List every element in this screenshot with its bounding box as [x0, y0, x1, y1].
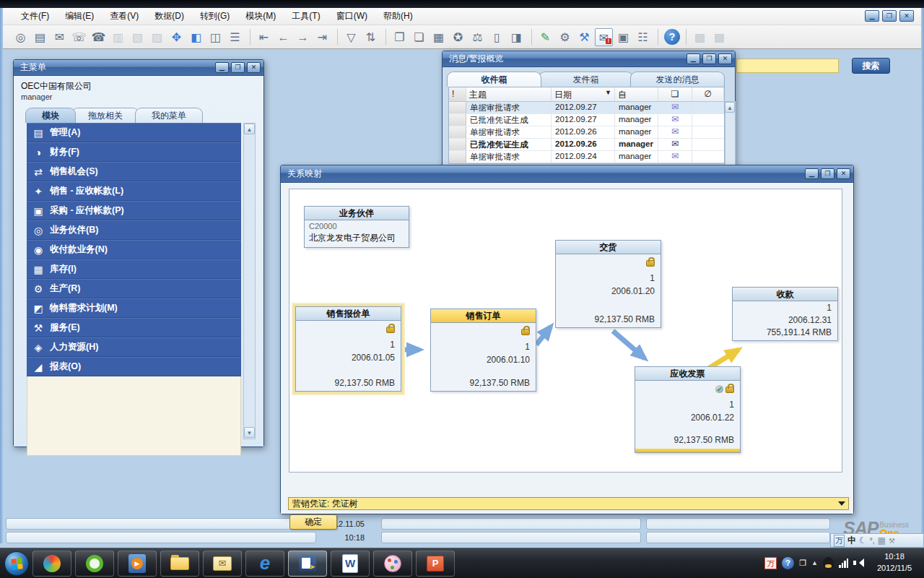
document-tree-dropdown[interactable]: 营销凭证: 凭证树 [288, 497, 849, 510]
row-select-cell[interactable] [449, 102, 466, 113]
taskbar-windows-explorer[interactable] [160, 551, 199, 577]
col-date[interactable]: 日期 ▼ [552, 87, 615, 101]
taskbar-sap-business-one[interactable]: ➤ [288, 551, 327, 577]
tab-my-menu[interactable]: 我的菜单 [135, 108, 203, 123]
node-delivery[interactable]: 交货 1 2006.01.20 92,137.50 RMB [555, 240, 661, 328]
module-sales-opportunities[interactable]: ⇄销售机会(S) [27, 162, 241, 181]
menu-goto[interactable]: 转到(G) [193, 8, 236, 25]
menu-data[interactable]: 数据(D) [148, 8, 191, 25]
module-service[interactable]: ⚒服务(E) [27, 318, 241, 337]
node-business-partner[interactable]: 业务伙伴 C20000 北京龙发电子贸易公司 [304, 206, 409, 248]
map-titlebar[interactable]: 关系映射 ▁ ❐ ✕ [281, 165, 853, 183]
menu-modules[interactable]: 模块(M) [239, 8, 282, 25]
edit-mode-icon[interactable]: ✎ [536, 28, 554, 46]
ok-button[interactable]: 确定 [289, 514, 337, 530]
paste-document-icon[interactable]: ❏ [410, 28, 428, 46]
module-financials[interactable]: ◑财务(F) [27, 142, 241, 162]
transaction-journal-icon[interactable]: ◨ [507, 28, 526, 46]
message-row[interactable]: 单据审批请求 2012.09.26 manager ✉ [449, 126, 724, 139]
send-message-icon[interactable]: ✉ [51, 28, 69, 46]
help-icon[interactable]: ? [664, 29, 680, 45]
print-icon[interactable]: ▤ [31, 28, 49, 46]
journal-entry-icon[interactable]: ⚖ [468, 28, 487, 46]
minimize-icon[interactable]: ▁ [687, 53, 700, 64]
tray-clock[interactable]: 10:18 2012/11/5 [868, 551, 921, 574]
tray-window-icon[interactable]: ❐ [799, 558, 806, 568]
ime-punctuation-icon[interactable]: °, [870, 537, 875, 545]
menu-edit[interactable]: 编辑(E) [58, 8, 100, 25]
messages-titlebar[interactable]: 消息/警报概览 ▁ ❐ ✕ [443, 51, 735, 67]
scroll-up-icon[interactable]: ▲ [244, 124, 255, 134]
tab-sent[interactable]: 发送的消息 [630, 72, 725, 87]
close-icon[interactable]: ✕ [718, 53, 732, 64]
col-attachment-icon[interactable]: ∅ [692, 87, 724, 101]
col-subject[interactable]: 主题 [466, 87, 552, 101]
tray-help-icon[interactable]: ? [782, 557, 794, 569]
search-input[interactable] [736, 59, 839, 73]
module-sales-ar[interactable]: ✦销售 - 应收帐款(L) [27, 181, 241, 201]
taskbar-360-safety[interactable] [32, 551, 71, 577]
volume-icon[interactable] [853, 558, 863, 567]
tray-qq-icon[interactable] [823, 557, 834, 569]
search-button[interactable]: 搜索 [852, 58, 890, 74]
taskbar-outlook[interactable]: ✉ [203, 551, 242, 577]
menu-window[interactable]: 窗口(W) [330, 8, 374, 25]
app-restore-button[interactable]: ❐ [882, 10, 897, 22]
row-select-cell[interactable] [449, 139, 466, 150]
queue-icon[interactable]: ☰ [226, 28, 244, 46]
menu-tools[interactable]: 工具(T) [285, 8, 326, 25]
filter-icon[interactable]: ▽ [342, 28, 360, 46]
node-incoming-payment[interactable]: 收款 1 2006.12.31 755,191.14 RMB [732, 287, 838, 341]
module-human-resources[interactable]: ◈人力资源(H) [27, 337, 241, 357]
taskbar-paint[interactable] [373, 551, 412, 577]
module-inventory[interactable]: ▦库存(I) [27, 259, 241, 279]
minimize-icon[interactable]: ▁ [215, 62, 229, 73]
module-business-partners[interactable]: ◎业务伙伴(B) [27, 220, 241, 240]
journal-voucher-icon[interactable]: ▯ [488, 28, 506, 46]
module-mrp[interactable]: ◩物料需求计划(M) [27, 298, 241, 318]
start-button[interactable] [4, 551, 29, 576]
node-sales-order[interactable]: 销售订单 1 2006.01.10 92,137.50 RMB [430, 309, 536, 392]
module-production[interactable]: ⚙生产(R) [27, 279, 241, 298]
send-fax-icon[interactable]: ☎ [90, 28, 108, 46]
print-preview-icon[interactable]: ◎ [12, 28, 30, 46]
taskbar-media-player[interactable]: ▶ [118, 551, 157, 577]
tray-wanneng-ime-icon[interactable]: 万 [764, 557, 777, 569]
payment-wizard-icon[interactable]: ✪ [449, 28, 467, 46]
move-window-icon[interactable]: ✥ [167, 28, 186, 46]
node-sales-quotation[interactable]: 销售报价单 1 2006.01.05 92,137.50 RMB [295, 306, 401, 392]
close-icon[interactable]: ✕ [837, 168, 850, 179]
menu-help[interactable]: 帮助(H) [377, 8, 419, 25]
row-select-cell[interactable] [449, 114, 466, 126]
menu-file[interactable]: 文件(F) [14, 8, 56, 25]
close-icon[interactable]: ✕ [247, 62, 261, 73]
taskbar-green-browser[interactable] [75, 551, 114, 577]
previous-record-icon[interactable]: ← [274, 28, 292, 46]
tab-inbox[interactable]: 收件箱 [447, 72, 541, 87]
alerts-message-icon[interactable]: ✉! [595, 28, 613, 46]
app-close-button[interactable]: ✕ [899, 10, 914, 22]
first-record-icon[interactable]: ⇤ [255, 28, 273, 46]
col-document-icon[interactable]: ❏ [658, 87, 692, 101]
send-sms-icon[interactable]: ☏ [70, 28, 88, 46]
taskbar-powerpoint[interactable]: P [416, 551, 455, 577]
module-purchasing-ap[interactable]: ▣采购 - 应付帐款(P) [27, 201, 241, 220]
module-reports[interactable]: ◢报表(O) [27, 357, 241, 376]
ime-tools-icon[interactable]: ⚒ [889, 537, 895, 545]
organization-map-icon[interactable]: ☷ [634, 28, 652, 46]
main-menu-titlebar[interactable]: 主菜单 ▁ ❐ ✕ [14, 60, 263, 76]
module-banking[interactable]: ◉收付款业务(N) [27, 240, 241, 259]
message-row[interactable]: 已批准凭证生成 2012.09.27 manager ✉ [449, 114, 724, 126]
sort-icon[interactable]: ⇅ [362, 28, 380, 46]
copy-document-icon[interactable]: ❐ [391, 28, 409, 46]
message-row[interactable]: 单据审批请求 2012.09.24 manager ✉ [449, 151, 724, 163]
main-menu-scrollbar[interactable] [243, 123, 256, 439]
ime-chinese-mode-icon[interactable]: 中 [847, 535, 856, 547]
menu-view[interactable]: 查看(V) [103, 8, 145, 25]
maximize-icon[interactable]: ❐ [231, 62, 245, 73]
col-from[interactable]: 自 [615, 87, 658, 101]
app-minimize-button[interactable]: ▁ [865, 10, 879, 22]
form-settings-icon[interactable]: ⚒ [575, 28, 593, 46]
ime-wan-icon[interactable]: 万 [834, 535, 845, 547]
col-priority[interactable]: ! [449, 87, 466, 101]
